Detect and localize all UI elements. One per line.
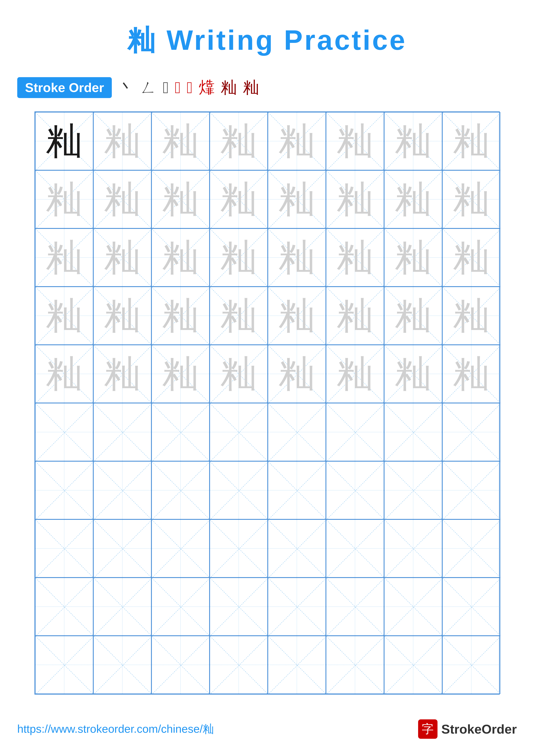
- grid-cell-r9c8[interactable]: [442, 578, 500, 636]
- grid-cell-r1c6[interactable]: 籼: [326, 112, 384, 170]
- grid-cell-r2c1[interactable]: 籼: [35, 170, 93, 229]
- grid-cell-r9c5[interactable]: [268, 578, 326, 636]
- char-r2c4: 籼: [220, 181, 257, 218]
- grid-cell-r7c3[interactable]: [151, 461, 210, 519]
- grid-cell-r8c7[interactable]: [384, 519, 442, 578]
- grid-cell-r10c3[interactable]: [151, 636, 210, 694]
- grid-cell-r7c2[interactable]: [93, 461, 151, 519]
- grid-cell-r7c5[interactable]: [268, 461, 326, 519]
- grid-cell-r1c8[interactable]: 籼: [442, 112, 500, 170]
- grid-cell-r6c1[interactable]: [35, 403, 93, 461]
- svg-line-90: [326, 403, 384, 461]
- grid-cell-r4c1[interactable]: 籼: [35, 286, 93, 345]
- grid-cell-r9c3[interactable]: [151, 578, 210, 636]
- grid-cell-r4c5[interactable]: 籼: [268, 286, 326, 345]
- grid-cell-r3c5[interactable]: 籼: [268, 229, 326, 286]
- grid-cell-r2c2[interactable]: 籼: [93, 170, 151, 229]
- char-r2c1: 籼: [46, 181, 83, 218]
- grid-cell-r4c4[interactable]: 籼: [210, 286, 268, 345]
- grid-cell-r8c2[interactable]: [93, 519, 151, 578]
- grid-cell-r10c8[interactable]: [442, 636, 500, 694]
- grid-cell-r1c3[interactable]: 籼: [151, 112, 210, 170]
- grid-cell-r5c8[interactable]: 籼: [442, 345, 500, 403]
- svg-line-145: [36, 636, 93, 693]
- grid-cell-r3c7[interactable]: 籼: [384, 229, 442, 286]
- grid-cell-r3c3[interactable]: 籼: [151, 229, 210, 286]
- grid-cell-r7c7[interactable]: [384, 461, 442, 519]
- grid-cell-r6c6[interactable]: [326, 403, 384, 461]
- grid-cell-r1c5[interactable]: 籼: [268, 112, 326, 170]
- char-r4c4: 籼: [220, 297, 257, 334]
- grid-cell-r8c8[interactable]: [442, 519, 500, 578]
- grid-cell-r7c6[interactable]: [326, 461, 384, 519]
- svg-line-85: [152, 403, 209, 461]
- grid-cell-r3c2[interactable]: 籼: [93, 229, 151, 286]
- grid-cell-r6c3[interactable]: [151, 403, 210, 461]
- grid-cell-r7c1[interactable]: [35, 461, 93, 519]
- grid-cell-r9c6[interactable]: [326, 578, 384, 636]
- grid-cell-r3c4[interactable]: 籼: [210, 229, 268, 286]
- grid-cell-r2c3[interactable]: 籼: [151, 170, 210, 229]
- grid-cell-r4c8[interactable]: 籼: [442, 286, 500, 345]
- char-r3c7: 籼: [395, 239, 431, 276]
- grid-cell-r10c5[interactable]: [268, 636, 326, 694]
- grid-cell-r9c2[interactable]: [93, 578, 151, 636]
- char-r3c1: 籼: [46, 239, 83, 276]
- grid-cell-r4c6[interactable]: 籼: [326, 286, 384, 345]
- grid-cell-r1c2[interactable]: 籼: [93, 112, 151, 170]
- svg-line-148: [152, 636, 209, 693]
- svg-line-147: [94, 636, 151, 693]
- grid-cell-r7c4[interactable]: [210, 461, 268, 519]
- grid-cell-r6c5[interactable]: [268, 403, 326, 461]
- grid-cell-r8c5[interactable]: [268, 519, 326, 578]
- grid-cell-r10c2[interactable]: [93, 636, 151, 694]
- grid-cell-r5c7[interactable]: 籼: [384, 345, 442, 403]
- grid-cell-r8c4[interactable]: [210, 519, 268, 578]
- grid-cell-r5c3[interactable]: 籼: [151, 345, 210, 403]
- grid-cell-r6c2[interactable]: [93, 403, 151, 461]
- grid-cell-r8c1[interactable]: [35, 519, 93, 578]
- grid-cell-r6c8[interactable]: [442, 403, 500, 461]
- grid-cell-r2c5[interactable]: 籼: [268, 170, 326, 229]
- svg-line-133: [152, 578, 209, 635]
- grid-cell-r4c2[interactable]: 籼: [93, 286, 151, 345]
- grid-cell-r5c1[interactable]: 籼: [35, 345, 93, 403]
- grid-cell-r8c3[interactable]: [151, 519, 210, 578]
- svg-line-142: [443, 578, 500, 635]
- grid-cell-r6c4[interactable]: [210, 403, 268, 461]
- grid-cell-r10c6[interactable]: [326, 636, 384, 694]
- grid-cell-r1c1[interactable]: 籼: [35, 112, 93, 170]
- footer-url[interactable]: https://www.strokeorder.com/chinese/籼: [17, 721, 214, 737]
- grid-cell-r9c7[interactable]: [384, 578, 442, 636]
- svg-line-154: [326, 636, 384, 693]
- grid-cell-r10c7[interactable]: [384, 636, 442, 694]
- svg-line-119: [210, 520, 267, 577]
- grid-cell-r1c7[interactable]: 籼: [384, 112, 442, 170]
- grid-cell-r2c8[interactable]: 籼: [442, 170, 500, 229]
- grid-cell-r4c3[interactable]: 籼: [151, 286, 210, 345]
- grid-cell-r9c4[interactable]: [210, 578, 268, 636]
- svg-line-157: [385, 636, 442, 693]
- svg-line-109: [385, 462, 442, 519]
- grid-cell-r1c4[interactable]: 籼: [210, 112, 268, 170]
- grid-cell-r6c7[interactable]: [384, 403, 442, 461]
- grid-cell-r4c7[interactable]: 籼: [384, 286, 442, 345]
- grid-cell-r5c6[interactable]: 籼: [326, 345, 384, 403]
- grid-cell-r3c8[interactable]: 籼: [442, 229, 500, 286]
- grid-cell-r2c7[interactable]: 籼: [384, 170, 442, 229]
- grid-cell-r7c8[interactable]: [442, 461, 500, 519]
- grid-cell-r9c1[interactable]: [35, 578, 93, 636]
- grid-cell-r5c4[interactable]: 籼: [210, 345, 268, 403]
- grid-cell-r8c6[interactable]: [326, 519, 384, 578]
- char-r4c2: 籼: [104, 297, 141, 334]
- grid-cell-r2c4[interactable]: 籼: [210, 170, 268, 229]
- char-r1c4: 籼: [220, 123, 257, 159]
- grid-cell-r3c6[interactable]: 籼: [326, 229, 384, 286]
- grid-cell-r5c2[interactable]: 籼: [93, 345, 151, 403]
- grid-cell-r10c1[interactable]: [35, 636, 93, 694]
- grid-cell-r5c5[interactable]: 籼: [268, 345, 326, 403]
- grid-cell-r10c4[interactable]: [210, 636, 268, 694]
- grid-cell-r3c1[interactable]: 籼: [35, 229, 93, 286]
- svg-line-117: [152, 520, 209, 577]
- grid-cell-r2c6[interactable]: 籼: [326, 170, 384, 229]
